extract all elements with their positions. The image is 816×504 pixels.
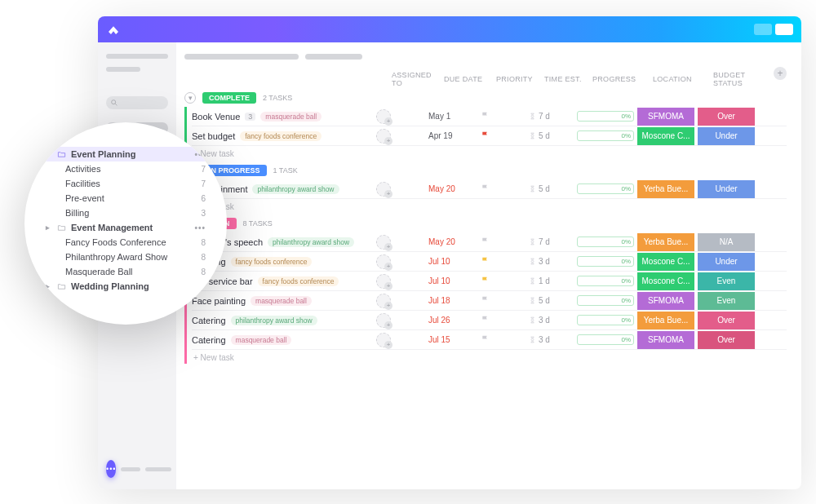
time-estimate[interactable]: 3 d <box>529 257 574 266</box>
task-title[interactable]: Catering <box>192 316 226 325</box>
budget-cell[interactable]: Over <box>698 312 755 329</box>
time-estimate[interactable]: 7 d <box>529 237 574 246</box>
collapse-icon[interactable]: ▾ <box>184 92 196 104</box>
time-estimate[interactable]: 5 d <box>529 131 574 140</box>
budget-cell[interactable]: Even <box>698 292 755 310</box>
priority-flag-icon[interactable] <box>481 111 490 120</box>
col-due[interactable]: DUE DATE <box>444 75 493 83</box>
task-tag[interactable]: masquerade ball <box>231 335 292 345</box>
progress-bar[interactable]: 0% <box>577 315 634 325</box>
progress-bar[interactable]: 0% <box>577 111 634 122</box>
priority-flag-icon[interactable] <box>481 315 490 324</box>
due-date[interactable]: Jul 15 <box>428 335 477 344</box>
budget-cell[interactable]: N/A <box>698 233 755 251</box>
task-row[interactable]: Catering philanthropy award show Jul 26 … <box>192 311 787 330</box>
location-cell[interactable]: Yerba Bue... <box>637 312 694 329</box>
task-row[interactable]: Catering masquerade ball Jul 15 3 d 0% S… <box>192 330 787 350</box>
task-row[interactable]: Book Venue 3 masquerade ball May 1 7 d 0… <box>192 107 787 126</box>
assignee-add[interactable] <box>376 313 391 328</box>
col-location[interactable]: LOCATION <box>653 75 710 83</box>
time-estimate[interactable]: 5 d <box>529 184 574 193</box>
subtask-count[interactable]: 3 <box>245 113 255 121</box>
assignee-add[interactable] <box>376 109 391 124</box>
col-est[interactable]: TIME EST. <box>544 75 589 83</box>
col-budget[interactable]: BUDGET STATUS <box>713 71 770 87</box>
task-tag[interactable]: masquerade ball <box>260 112 322 122</box>
sidebar-folder[interactable]: ▸ Event Management ••• <box>46 220 206 235</box>
location-cell[interactable]: Yerba Bue... <box>637 180 694 198</box>
location-cell[interactable]: Moscone C... <box>637 253 694 271</box>
sidebar-folder[interactable]: ▸ Event Planning ••• <box>41 147 211 161</box>
due-date[interactable]: May 20 <box>428 237 477 246</box>
assignee-add[interactable] <box>376 182 391 197</box>
assignee-add[interactable] <box>376 235 391 250</box>
budget-cell[interactable]: Even <box>698 272 755 290</box>
new-task-button[interactable]: + New task <box>192 350 787 364</box>
time-estimate[interactable]: 3 d <box>529 335 574 344</box>
progress-bar[interactable]: 0% <box>577 183 634 194</box>
task-row[interactable]: Full service bar fancy foods conference … <box>192 272 787 291</box>
sidebar-list-item[interactable]: Activities 7 <box>46 161 206 176</box>
location-cell[interactable]: Moscone C... <box>637 127 694 145</box>
budget-cell[interactable]: Under <box>698 253 755 271</box>
task-tag[interactable]: fancy foods conference <box>258 276 339 286</box>
progress-bar[interactable]: 0% <box>577 334 634 345</box>
sidebar-list-item[interactable]: Facilities 7 <box>46 176 206 191</box>
new-task-button[interactable]: + New task <box>192 146 787 160</box>
more-icon[interactable]: ••• <box>194 223 206 232</box>
progress-bar[interactable]: 0% <box>577 295 634 306</box>
location-cell[interactable]: Moscone C... <box>637 272 694 290</box>
add-column-button[interactable]: + <box>774 67 787 80</box>
priority-flag-icon[interactable] <box>481 295 490 304</box>
budget-cell[interactable]: Under <box>698 180 755 198</box>
col-progress[interactable]: PROGRESS <box>592 75 650 83</box>
priority-flag-icon[interactable] <box>481 130 490 139</box>
sidebar-list-item[interactable]: Fancy Foods Conference 8 <box>46 235 206 250</box>
task-title[interactable]: Catering <box>192 335 226 345</box>
task-title[interactable]: Book Venue <box>192 112 240 122</box>
progress-bar[interactable]: 0% <box>577 237 634 247</box>
task-tag[interactable]: masquerade ball <box>251 296 312 306</box>
col-assigned[interactable]: ASSIGNED TO <box>392 71 441 87</box>
sidebar-list-item[interactable]: Pre-event 6 <box>46 191 206 206</box>
new-task-button[interactable]: + New task <box>192 199 787 213</box>
location-cell[interactable]: SFMOMA <box>637 292 694 310</box>
priority-flag-icon[interactable] <box>481 237 490 245</box>
due-date[interactable]: Jul 10 <box>428 276 477 285</box>
time-estimate[interactable]: 5 d <box>529 296 574 305</box>
assignee-add[interactable] <box>376 254 391 269</box>
task-row[interactable]: Entertainment philanthropy award show Ma… <box>192 179 787 199</box>
task-tag[interactable]: philanthropy award show <box>231 316 317 325</box>
priority-flag-icon[interactable] <box>481 183 490 192</box>
task-tag[interactable]: fancy foods conference <box>231 257 313 267</box>
sidebar-search[interactable] <box>106 96 168 109</box>
assignee-add[interactable] <box>376 129 391 144</box>
due-date[interactable]: Jul 26 <box>428 316 477 325</box>
due-date[interactable]: May 20 <box>428 184 477 193</box>
priority-flag-icon[interactable] <box>481 334 490 343</box>
due-date[interactable]: Apr 19 <box>428 131 477 140</box>
task-tag[interactable]: fancy foods conference <box>240 131 322 141</box>
task-row[interactable]: Sponsor's speech philanthropy award show… <box>192 232 787 252</box>
topbar-button-b[interactable] <box>775 24 793 35</box>
sidebar-list-item[interactable]: Philanthropy Award Show 8 <box>46 250 206 264</box>
status-pill[interactable]: COMPLETE <box>202 92 256 104</box>
assignee-add[interactable] <box>376 333 391 347</box>
task-row[interactable]: Face painting masquerade ball Jul 18 5 d… <box>192 291 787 311</box>
assignee-add[interactable] <box>376 294 391 308</box>
assignee-add[interactable] <box>376 274 391 289</box>
progress-bar[interactable]: 0% <box>577 256 634 267</box>
due-date[interactable]: Jul 18 <box>428 296 477 305</box>
budget-cell[interactable]: Under <box>698 127 755 145</box>
col-priority[interactable]: PRIORITY <box>496 75 541 83</box>
sidebar-folder[interactable]: ▸ Wedding Planning <box>46 279 206 294</box>
budget-cell[interactable]: Over <box>698 331 755 349</box>
task-tag[interactable]: philanthropy award show <box>252 184 339 194</box>
time-estimate[interactable]: 1 d <box>529 276 574 285</box>
due-date[interactable]: Jul 10 <box>428 257 477 266</box>
due-date[interactable]: May 1 <box>428 112 477 121</box>
task-title[interactable]: Set budget <box>192 131 235 141</box>
chat-icon[interactable]: ••• <box>106 460 116 478</box>
location-cell[interactable]: SFMOMA <box>637 331 694 349</box>
task-row[interactable]: Set budget fancy foods conference Apr 19… <box>192 126 787 146</box>
